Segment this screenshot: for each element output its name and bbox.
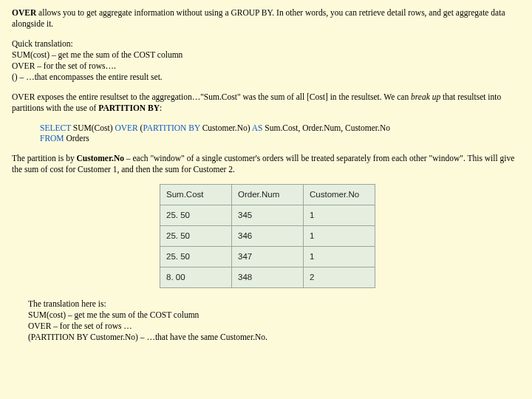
- table-cell: 1: [304, 226, 375, 247]
- document-page: OVER allows you to get aggregate informa…: [0, 0, 532, 359]
- text-line: () – …that encompasses the entire result…: [12, 72, 520, 83]
- sql-keyword: PARTITION BY: [143, 123, 202, 132]
- sql-keyword: FROM: [40, 134, 66, 143]
- table-cell: 25. 50: [160, 226, 232, 247]
- table-cell: 345: [232, 205, 304, 226]
- table-row: 25. 50 347 1: [160, 247, 375, 267]
- text: allows you to get aggregate information …: [12, 8, 505, 28]
- table-header: Sum.Cost: [160, 185, 232, 205]
- sql-text: SUM(Cost): [73, 123, 115, 132]
- table-cell: 8. 00: [160, 267, 232, 288]
- sql-code-block: SELECT SUM(Cost) OVER (PARTITION BY Cust…: [40, 123, 520, 145]
- result-table: Sum.Cost Order.Num Customer.No 25. 50 34…: [160, 184, 375, 288]
- text: OVER exposes the entire resultset to the…: [12, 92, 411, 101]
- sql-keyword: OVER: [115, 123, 140, 132]
- table-row: 25. 50 346 1: [160, 226, 375, 247]
- text-line: (PARTITION BY Customer.No) – …that have …: [28, 332, 520, 343]
- table-header: Customer.No: [304, 185, 375, 205]
- table-cell: 1: [304, 205, 375, 226]
- text: :: [160, 103, 162, 112]
- text-line: SUM(cost) – get me the sum of the COST c…: [28, 310, 520, 321]
- table-row: 25. 50 345 1: [160, 205, 375, 226]
- table-cell: 348: [232, 267, 304, 288]
- keyword-over: OVER: [12, 8, 36, 17]
- sql-text: Sum.Cost, Order.Num, Customer.No: [265, 123, 390, 132]
- text: The partition is by: [12, 154, 77, 163]
- table-row: 8. 00 348 2: [160, 267, 375, 288]
- table-cell: 25. 50: [160, 247, 232, 267]
- final-translation-block: The translation here is: SUM(cost) – get…: [28, 299, 520, 343]
- table-header: Order.Num: [232, 185, 304, 205]
- sql-keyword: AS: [252, 123, 265, 132]
- sql-text: Orders: [66, 134, 89, 143]
- text-line: The translation here is:: [28, 299, 520, 310]
- table-header-row: Sum.Cost Order.Num Customer.No: [160, 185, 375, 205]
- text-line: OVER – for the set of rows …: [28, 321, 520, 332]
- sql-text: Customer.No): [202, 123, 252, 132]
- table-cell: 346: [232, 226, 304, 247]
- sql-line: FROM Orders: [40, 133, 520, 144]
- keyword-partition-by: PARTITION BY: [98, 103, 160, 112]
- table-cell: 2: [304, 267, 375, 288]
- sql-line: SELECT SUM(Cost) OVER (PARTITION BY Cust…: [40, 123, 520, 134]
- text-line: Quick translation:: [12, 38, 520, 50]
- text-line: SUM(cost) – get me the sum of the COST c…: [12, 50, 520, 61]
- text-line: OVER – for the set of rows….: [12, 61, 520, 72]
- paragraph-partition-by-intro: OVER exposes the entire resultset to the…: [12, 92, 520, 114]
- table-cell: 25. 50: [160, 205, 232, 226]
- table-cell: 1: [304, 247, 375, 267]
- sql-keyword: SELECT: [40, 123, 73, 132]
- emphasis: break up: [411, 92, 440, 101]
- paragraph-over-intro: OVER allows you to get aggregate informa…: [12, 7, 520, 30]
- paragraph-partition-explain: The partition is by Customer.No – each "…: [12, 153, 520, 175]
- table-cell: 347: [232, 247, 304, 267]
- keyword-customer-no: Customer.No: [77, 154, 124, 163]
- quick-translation-block: Quick translation: SUM(cost) – get me th…: [12, 38, 520, 83]
